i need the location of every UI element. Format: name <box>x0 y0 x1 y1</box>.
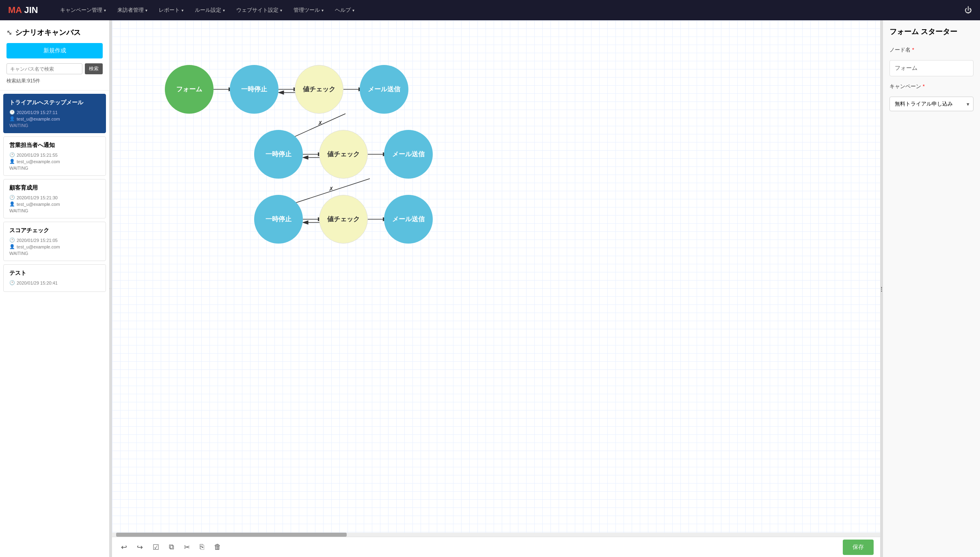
cut-icon[interactable]: ✂ <box>181 540 192 554</box>
top-navigation: MA JIN キャンペーン管理▾来訪者管理▾レポート▾ルール設定▾ウェブサイト設… <box>0 0 980 20</box>
scenario-name-4: テスト <box>9 270 100 277</box>
sidebar-header: ⤡ シナリオキャンバス 新規作成 検索 検索結果:915件 <box>0 20 109 91</box>
svg-text:✗: ✗ <box>318 120 323 126</box>
right-panel: フォーム スターター ノード名 * フォーム キャンペーン * 無料トライアル申… <box>883 20 980 557</box>
scenario-status-0: WAITING <box>9 123 100 128</box>
node-check-1[interactable]: 値チェック <box>295 65 343 114</box>
node-pause-2[interactable]: 一時停止 <box>254 130 303 179</box>
nav-item-admin-tools[interactable]: 管理ツール▾ <box>288 6 329 14</box>
scenario-item-0[interactable]: トライアルへステップメール 🕐2020/01/29 15:27:11 👤test… <box>3 94 106 133</box>
campaign-label: キャンペーン * <box>889 83 974 90</box>
sidebar-title-text: シナリオキャンバス <box>15 28 81 37</box>
sidebar-title: ⤡ シナリオキャンバス <box>6 28 103 37</box>
scrollbar-thumb[interactable] <box>116 533 347 537</box>
power-icon[interactable]: ⏻ <box>965 6 972 14</box>
logo-jin: JIN <box>22 5 38 15</box>
scenario-status-1: WAITING <box>9 166 100 171</box>
new-scenario-button[interactable]: 新規作成 <box>6 43 103 58</box>
node-check-2[interactable]: 値チェック <box>319 130 368 179</box>
copy-icon[interactable]: ⧉ <box>166 540 177 554</box>
save-button[interactable]: 保存 <box>843 540 874 555</box>
scenario-name-0: トライアルへステップメール <box>9 99 100 106</box>
panel-title: フォーム スターター <box>889 27 974 37</box>
nav-item-website-settings[interactable]: ウェブサイト設定▾ <box>231 6 288 14</box>
search-result: 検索結果:915件 <box>6 76 103 86</box>
node-name-label: ノード名 * <box>889 46 974 54</box>
scenario-item-3[interactable]: スコアチェック 🕐2020/01/29 15:21:05 👤test_u@exa… <box>3 222 106 261</box>
scenario-date-4: 🕐2020/01/29 15:20:41 <box>9 280 100 285</box>
canvas-svg: ✗ ✗ <box>112 20 880 557</box>
canvas-grid: ✗ ✗ フォーム 一時停止 値チェック メール送信 一時停止 値チェック メール… <box>112 20 880 557</box>
scenario-date-0: 🕐2020/01/29 15:27:11 <box>9 110 100 115</box>
node-pause-1[interactable]: 一時停止 <box>230 65 278 114</box>
canvas-area[interactable]: ✗ ✗ フォーム 一時停止 値チェック メール送信 一時停止 値チェック メール… <box>112 20 880 557</box>
nav-item-rule-settings[interactable]: ルール設定▾ <box>189 6 231 14</box>
scenario-user-1: 👤test_u@example.com <box>9 159 100 164</box>
paste-icon[interactable]: ⎘ <box>197 540 207 554</box>
node-form[interactable]: フォーム <box>165 65 214 114</box>
share-icon: ⤡ <box>6 29 12 37</box>
check-icon[interactable]: ☑ <box>150 540 162 554</box>
search-row: 検索 <box>6 63 103 74</box>
node-pause-3[interactable]: 一時停止 <box>254 195 303 244</box>
scenario-name-2: 顧客育成用 <box>9 184 100 192</box>
node-name-required: * <box>912 47 914 53</box>
nav-item-report[interactable]: レポート▾ <box>153 6 189 14</box>
node-check-3[interactable]: 値チェック <box>319 195 368 244</box>
scenario-date-2: 🕐2020/01/29 15:21:30 <box>9 195 100 200</box>
campaign-required: * <box>923 83 925 89</box>
app-body: ⤡ シナリオキャンバス 新規作成 検索 検索結果:915件 トライアルへステップ… <box>0 20 980 557</box>
nav-item-help[interactable]: ヘルプ▾ <box>329 6 360 14</box>
horizontal-scrollbar[interactable] <box>112 533 880 537</box>
scenario-item-4[interactable]: テスト 🕐2020/01/29 15:20:41 <box>3 264 106 292</box>
redo-icon[interactable]: ↪ <box>134 540 145 554</box>
scenario-status-3: WAITING <box>9 251 100 256</box>
scenario-date-1: 🕐2020/01/29 15:21:55 <box>9 152 100 158</box>
nav-item-visitor-mgmt[interactable]: 来訪者管理▾ <box>112 6 153 14</box>
search-input[interactable] <box>6 63 82 74</box>
logo: MA JIN <box>8 5 38 15</box>
canvas-toolbar: ↩ ↪ ☑ ⧉ ✂ ⎘ 🗑 保存 <box>112 537 880 557</box>
scenario-status-2: WAITING <box>9 208 100 213</box>
node-mail-3[interactable]: メール送信 <box>384 195 433 244</box>
svg-text:✗: ✗ <box>329 186 334 192</box>
scenario-date-3: 🕐2020/01/29 15:21:05 <box>9 237 100 243</box>
campaign-section: キャンペーン * 無料トライアル申し込み <box>889 83 974 111</box>
node-mail-1[interactable]: メール送信 <box>360 65 408 114</box>
scenario-name-3: スコアチェック <box>9 227 100 234</box>
nav-menu: キャンペーン管理▾来訪者管理▾レポート▾ルール設定▾ウェブサイト設定▾管理ツール… <box>54 6 360 14</box>
undo-icon[interactable]: ↩ <box>119 540 130 554</box>
topnav-right: ⏻ <box>965 6 972 15</box>
scenario-user-2: 👤test_u@example.com <box>9 201 100 207</box>
delete-icon[interactable]: 🗑 <box>212 540 224 554</box>
logo-ma: MA <box>8 5 22 15</box>
search-button[interactable]: 検索 <box>85 63 103 74</box>
scenario-list: トライアルへステップメール 🕐2020/01/29 15:27:11 👤test… <box>0 91 109 557</box>
sidebar: ⤡ シナリオキャンバス 新規作成 検索 検索結果:915件 トライアルへステップ… <box>0 20 110 557</box>
scenario-item-1[interactable]: 営業担当者へ通知 🕐2020/01/29 15:21:55 👤test_u@ex… <box>3 136 106 176</box>
scenario-item-2[interactable]: 顧客育成用 🕐2020/01/29 15:21:30 👤test_u@examp… <box>3 179 106 218</box>
campaign-select[interactable]: 無料トライアル申し込み <box>889 97 974 111</box>
scenario-name-1: 営業担当者へ通知 <box>9 142 100 149</box>
scenario-user-3: 👤test_u@example.com <box>9 244 100 249</box>
node-name-section: ノード名 * フォーム <box>889 46 974 76</box>
campaign-select-wrapper: 無料トライアル申し込み <box>889 97 974 111</box>
node-mail-2[interactable]: メール送信 <box>384 130 433 179</box>
node-name-value[interactable]: フォーム <box>889 60 974 76</box>
nav-item-campaign-mgmt[interactable]: キャンペーン管理▾ <box>54 6 112 14</box>
scenario-user-0: 👤test_u@example.com <box>9 116 100 121</box>
